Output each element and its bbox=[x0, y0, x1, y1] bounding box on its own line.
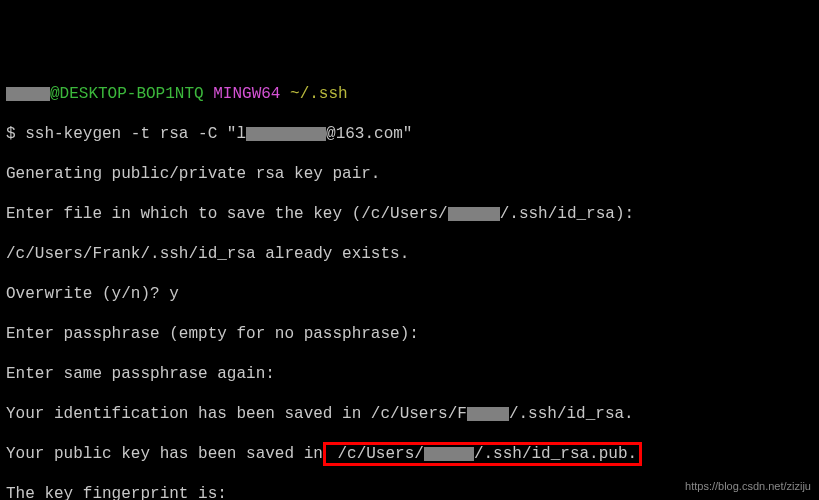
command-line[interactable]: $ ssh-keygen -t rsa -C "lxxxxxxxx@163.co… bbox=[6, 124, 813, 144]
watermark: https://blog.csdn.net/ziziju bbox=[685, 480, 811, 494]
redacted-path: xxxx bbox=[448, 207, 500, 221]
terminal-prompt-line: xxxx@DESKTOP-BOP1NTQ MINGW64 ~/.ssh bbox=[6, 84, 813, 104]
redacted-path: xxx bbox=[467, 407, 509, 421]
command-text: ssh-keygen -t rsa -C "l bbox=[25, 125, 246, 143]
output-line: Generating public/private rsa key pair. bbox=[6, 164, 813, 184]
output-line: Enter passphrase (empty for no passphras… bbox=[6, 324, 813, 344]
redacted-path: xxxx bbox=[424, 447, 474, 461]
prompt-sign: $ bbox=[6, 125, 25, 143]
output-line-highlighted: Your public key has been saved in /c/Use… bbox=[6, 444, 813, 464]
output-line: Overwrite (y/n)? y bbox=[6, 284, 813, 304]
email-suffix: @163.com" bbox=[326, 125, 412, 143]
output-line: Enter same passphrase again: bbox=[6, 364, 813, 384]
output-line: /c/Users/Frank/.ssh/id_rsa already exist… bbox=[6, 244, 813, 264]
user-host: xxxx@DESKTOP-BOP1NTQ bbox=[6, 85, 204, 103]
output-line: Enter file in which to save the key (/c/… bbox=[6, 204, 813, 224]
redacted-email: xxxxxxxx bbox=[246, 127, 326, 141]
output-line: Your identification has been saved in /c… bbox=[6, 404, 813, 424]
redacted-user: xxxx bbox=[6, 87, 50, 101]
shell-name: MINGW64 bbox=[204, 85, 290, 103]
cwd-path: ~/.ssh bbox=[290, 85, 348, 103]
highlighted-path: /c/Users/xxxx/.ssh/id_rsa.pub. bbox=[323, 442, 642, 466]
